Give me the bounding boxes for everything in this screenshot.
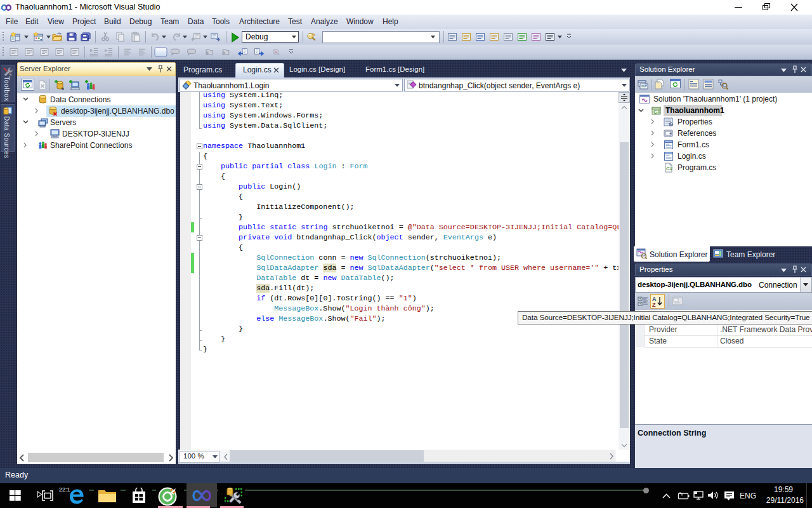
svg-text:C#: C# bbox=[666, 166, 673, 171]
svg-text:Z: Z bbox=[652, 302, 656, 308]
svg-text:C#: C# bbox=[653, 109, 660, 115]
